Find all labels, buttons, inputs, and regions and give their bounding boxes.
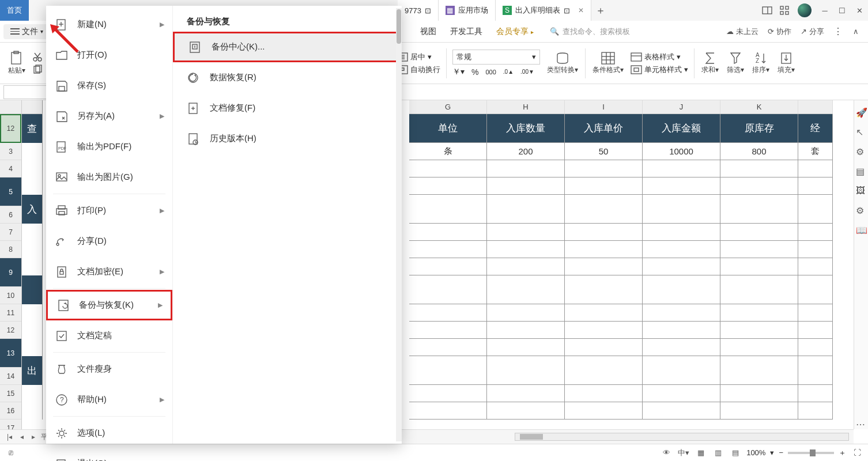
tab-doc1[interactable]: 9773⊡ xyxy=(398,0,439,21)
cell[interactable] xyxy=(487,160,565,177)
rocket-icon[interactable]: 🚀 xyxy=(856,107,866,118)
settings-icon[interactable]: ⚙ xyxy=(856,146,866,157)
cell[interactable] xyxy=(720,177,798,195)
cell[interactable] xyxy=(720,160,798,177)
cell[interactable] xyxy=(22,258,43,275)
cut-button[interactable] xyxy=(32,52,43,62)
file-menu-item[interactable]: 保存(S) xyxy=(46,70,172,101)
cell[interactable] xyxy=(409,356,487,385)
cell[interactable]: 200 xyxy=(487,143,565,160)
cell[interactable] xyxy=(409,160,487,177)
layout-icon[interactable]: ▤ xyxy=(856,166,866,176)
terminal-icon[interactable]: ⎚ xyxy=(5,447,17,459)
view-normal-icon[interactable]: ▦ xyxy=(695,447,707,459)
cell[interactable] xyxy=(22,275,43,304)
sum-button[interactable]: 求和▾ xyxy=(698,44,722,83)
cell[interactable] xyxy=(22,385,43,402)
cell[interactable] xyxy=(565,385,643,402)
cell[interactable] xyxy=(409,195,487,224)
cell[interactable] xyxy=(798,275,833,304)
cell[interactable] xyxy=(643,356,720,385)
file-menu-item[interactable]: 分享(D) xyxy=(46,226,172,256)
row-header[interactable]: 16 xyxy=(0,402,21,420)
maximize-button[interactable]: ☐ xyxy=(835,3,850,18)
cell[interactable] xyxy=(409,322,487,339)
tab-home[interactable]: 首页 xyxy=(0,0,29,21)
cell[interactable] xyxy=(798,160,833,177)
cell[interactable] xyxy=(22,224,43,241)
cell[interactable] xyxy=(22,402,43,420)
cell[interactable] xyxy=(720,385,798,402)
view-break-icon[interactable]: ▤ xyxy=(729,447,742,459)
tab-appstore[interactable]: ▦应用市场 xyxy=(439,0,496,21)
file-menu-item[interactable]: 退出(Q) xyxy=(46,448,172,461)
cell[interactable] xyxy=(798,241,833,258)
cell[interactable] xyxy=(487,356,565,385)
zoom-control[interactable]: 100%▾ − ＋ xyxy=(746,448,846,458)
cell[interactable] xyxy=(643,195,720,224)
cell[interactable] xyxy=(720,402,798,420)
cell[interactable] xyxy=(409,258,487,275)
cell[interactable]: 800 xyxy=(720,143,798,160)
zoom-slider[interactable] xyxy=(788,452,834,454)
paste-button[interactable]: 粘贴▾ xyxy=(5,44,29,83)
share-button[interactable]: ↗分享 xyxy=(801,27,824,37)
collab-button[interactable]: ⟳协作 xyxy=(768,27,791,37)
cell[interactable] xyxy=(22,339,43,356)
cell[interactable] xyxy=(643,275,720,304)
file-menu-item[interactable]: 打印(P)▶ xyxy=(46,195,172,226)
type-convert-button[interactable]: 类型转换▾ xyxy=(544,44,582,83)
minimize-button[interactable]: ─ xyxy=(817,3,832,18)
cell[interactable] xyxy=(22,322,43,339)
cell[interactable] xyxy=(487,177,565,195)
file-menu-item[interactable]: PDF输出为PDF(F) xyxy=(46,131,172,162)
comma-button[interactable]: 000 xyxy=(485,69,496,75)
col-header[interactable]: I xyxy=(565,100,643,114)
cell[interactable] xyxy=(798,304,833,322)
cell[interactable] xyxy=(798,258,833,275)
cell[interactable]: 10000 xyxy=(643,143,720,160)
cell[interactable] xyxy=(22,160,43,177)
cell[interactable] xyxy=(487,402,565,420)
cell[interactable]: 套 xyxy=(798,143,833,160)
cell[interactable] xyxy=(487,275,565,304)
cell[interactable]: 查 xyxy=(22,114,43,143)
zoom-out-icon[interactable]: − xyxy=(779,448,783,457)
h-scrollbar[interactable] xyxy=(515,433,849,441)
filter-button[interactable]: 筛选▾ xyxy=(723,44,748,83)
cell[interactable] xyxy=(565,241,643,258)
cell[interactable] xyxy=(720,356,798,385)
cell[interactable] xyxy=(22,177,43,195)
cell[interactable]: 原库存 xyxy=(720,114,798,143)
row-header[interactable]: 11 xyxy=(0,304,21,322)
cell[interactable] xyxy=(643,402,720,420)
cell[interactable] xyxy=(565,275,643,304)
row-header[interactable]: 13 xyxy=(0,339,21,368)
file-menu-item[interactable]: 文件瘦身 xyxy=(46,354,172,384)
cell[interactable] xyxy=(487,322,565,339)
menu-scrollbar[interactable] xyxy=(396,8,402,441)
more-icon[interactable]: ⋮ xyxy=(833,26,843,37)
cell[interactable]: 入库单价 xyxy=(565,114,643,143)
col-header[interactable]: J xyxy=(643,100,720,114)
cell[interactable]: 50 xyxy=(565,143,643,160)
cell[interactable]: 条 xyxy=(409,143,487,160)
cell[interactable] xyxy=(565,160,643,177)
cell[interactable] xyxy=(565,177,643,195)
cell[interactable] xyxy=(565,402,643,420)
cell[interactable] xyxy=(409,402,487,420)
file-menu-item[interactable]: ?帮助(H)▶ xyxy=(46,384,172,415)
cell[interactable] xyxy=(643,258,720,275)
row-header[interactable]: 10 xyxy=(0,287,21,304)
file-menu-button[interactable]: 文件▾ xyxy=(3,24,50,39)
cell[interactable] xyxy=(487,304,565,322)
cell[interactable] xyxy=(487,195,565,224)
avatar[interactable] xyxy=(798,3,812,17)
cell[interactable] xyxy=(565,304,643,322)
inc-decimal-button[interactable]: .0▲ xyxy=(503,69,514,75)
cell[interactable] xyxy=(643,339,720,356)
tab-doc3[interactable]: S出入库明细表⊡✕ xyxy=(496,0,591,21)
cell[interactable] xyxy=(565,258,643,275)
cell[interactable] xyxy=(798,356,833,385)
apps-icon[interactable] xyxy=(777,3,792,18)
